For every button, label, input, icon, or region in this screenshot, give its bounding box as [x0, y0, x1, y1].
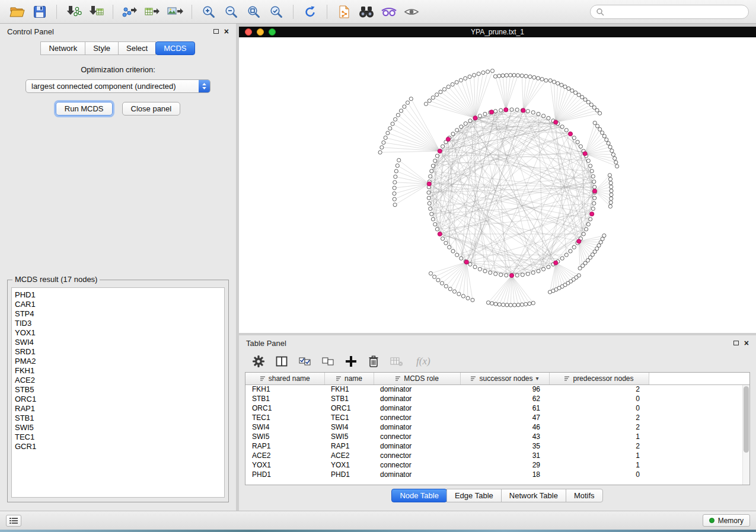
table-row[interactable]: ORC1 ORC1 dominator 61 0 — [245, 403, 749, 413]
mcds-node-item[interactable]: ACE2 — [15, 376, 224, 385]
refresh-network-button[interactable] — [300, 3, 320, 21]
zoom-in-button[interactable] — [199, 3, 219, 21]
column-header-name[interactable]: name — [324, 373, 374, 384]
network-window-titlebar[interactable]: YPA_prune.txt_1 — [239, 27, 756, 37]
table-row[interactable]: YOX1 YOX1 connector 29 1 — [245, 460, 749, 470]
search-input[interactable] — [607, 8, 743, 16]
run-mcds-button[interactable]: Run MCDS — [56, 102, 113, 116]
show-hidden-button[interactable] — [401, 3, 422, 21]
search-icon — [596, 8, 604, 16]
table-tab[interactable]: Node Table — [391, 489, 447, 502]
table-settings-button[interactable] — [252, 355, 265, 368]
mcds-node-item[interactable]: ORC1 — [15, 395, 224, 404]
network-canvas[interactable] — [239, 37, 756, 333]
mcds-node-item[interactable]: STB5 — [15, 385, 224, 395]
export-table-button[interactable] — [142, 3, 162, 21]
import-table-button[interactable] — [86, 3, 106, 21]
column-header-shared-name[interactable]: shared name — [245, 373, 324, 384]
control-panel-tabs: NetworkStyleSelectMCDS — [0, 41, 236, 55]
table-row[interactable]: SWI5 SWI5 connector 43 1 — [245, 432, 749, 441]
show-columns-button[interactable] — [275, 355, 288, 367]
delete-column-button[interactable] — [368, 355, 379, 368]
task-history-button[interactable] — [6, 515, 21, 527]
mcds-node-item[interactable]: SWI4 — [15, 338, 224, 347]
chevron-down-icon: ▾ — [536, 375, 539, 382]
criterion-select[interactable]: largest connected component (undirected) — [25, 79, 210, 93]
memory-button-label: Memory — [718, 517, 744, 525]
first-neighbors-button[interactable] — [356, 3, 377, 21]
window-controls — [245, 28, 276, 36]
open-session-button[interactable] — [7, 3, 27, 21]
search-box[interactable] — [590, 5, 749, 19]
close-panel-icon[interactable]: × — [224, 28, 229, 34]
mcds-node-item[interactable]: SWI5 — [15, 423, 224, 432]
table-row[interactable]: FKH1 FKH1 dominator 96 2 — [245, 384, 749, 394]
control-panel-tab[interactable]: Style — [85, 41, 119, 55]
mcds-node-item[interactable]: STP4 — [15, 309, 224, 319]
mcds-node-item[interactable]: GCR1 — [15, 442, 224, 451]
table-panel-titlebar: Table Panel × — [239, 335, 756, 351]
column-header-mcds-role[interactable]: MCDS role — [374, 373, 460, 384]
deselect-all-columns-button[interactable] — [321, 355, 334, 367]
table-row[interactable]: TEC1 TEC1 connector 47 2 — [245, 413, 749, 422]
table-row[interactable]: RAP1 RAP1 dominator 35 2 — [245, 441, 749, 451]
mcds-node-item[interactable]: STB1 — [15, 414, 224, 423]
column-header-successor-nodes[interactable]: successor nodes▾ — [460, 373, 549, 384]
table-tab[interactable]: Network Table — [501, 489, 566, 502]
table-row[interactable]: PHD1 PHD1 dominator 18 0 — [245, 470, 749, 479]
zoom-selected-icon — [269, 5, 283, 19]
close-panel-button[interactable]: Close panel — [122, 102, 181, 116]
control-panel-tab[interactable]: MCDS — [155, 41, 194, 55]
zoom-out-button[interactable] — [221, 3, 241, 21]
scrollbar-thumb[interactable] — [744, 386, 749, 453]
mcds-node-item[interactable]: FKH1 — [15, 366, 224, 376]
mcds-node-item[interactable]: PHD1 — [15, 290, 224, 300]
float-panel-icon[interactable] — [733, 341, 739, 345]
table-row[interactable]: ACE2 ACE2 connector 31 1 — [245, 451, 749, 460]
hide-selected-button[interactable] — [379, 3, 399, 21]
clear-table-icon — [390, 355, 404, 367]
minimize-window-button[interactable] — [257, 28, 264, 36]
table-tab[interactable]: Edge Table — [446, 489, 502, 502]
clear-table-button — [390, 355, 404, 367]
float-panel-icon[interactable] — [213, 29, 219, 34]
mcds-node-item[interactable]: SRD1 — [15, 347, 224, 357]
control-panel-tab[interactable]: Network — [40, 41, 85, 55]
mcds-node-item[interactable]: RAP1 — [15, 404, 224, 414]
maximize-window-button[interactable] — [269, 28, 276, 36]
main-toolbar — [0, 0, 756, 24]
control-panel-tab[interactable]: Select — [118, 41, 156, 55]
select-all-icon — [298, 355, 311, 367]
import-network-button[interactable] — [63, 3, 84, 21]
zoom-selected-button[interactable] — [266, 3, 286, 21]
table-tab[interactable]: Motifs — [566, 489, 603, 502]
table-row[interactable]: SWI4 SWI4 dominator 46 2 — [245, 422, 749, 432]
column-header-predecessor-nodes[interactable]: predecessor nodes — [549, 373, 649, 384]
mcds-node-item[interactable]: YOX1 — [15, 328, 224, 338]
close-panel-icon[interactable]: × — [744, 340, 749, 346]
mcds-node-item[interactable]: TEC1 — [15, 432, 224, 442]
select-all-columns-button[interactable] — [298, 355, 311, 367]
table-header-row: shared name name MCDS role successor nod… — [245, 373, 749, 384]
mcds-node-item[interactable]: CAR1 — [15, 300, 224, 309]
share-document-button[interactable] — [334, 3, 354, 21]
select-stepper-icon — [199, 80, 210, 92]
save-session-button[interactable] — [30, 3, 50, 21]
mcds-node-item[interactable]: PMA2 — [15, 357, 224, 366]
memory-button[interactable]: Memory — [703, 514, 750, 527]
export-network-button[interactable] — [120, 3, 140, 21]
mcds-node-item[interactable]: TID3 — [15, 319, 224, 328]
control-panel-titlebar: Control Panel × — [0, 24, 236, 39]
node-table: shared name name MCDS role successor nod… — [245, 373, 749, 479]
table-scrollbar[interactable] — [742, 385, 749, 485]
create-column-button[interactable] — [344, 355, 358, 368]
column-menu-icon — [564, 376, 570, 382]
zoom-fit-button[interactable] — [244, 3, 264, 21]
mcds-result-groupbox: MCDS result (17 nodes) PHD1CAR1STP4TID3Y… — [7, 280, 229, 502]
function-builder-button: f(x) — [416, 355, 430, 367]
zoom-in-icon — [202, 5, 216, 19]
export-image-button[interactable] — [165, 3, 185, 21]
network-graph[interactable] — [239, 37, 755, 333]
close-window-button[interactable] — [245, 28, 252, 36]
table-row[interactable]: STB1 STB1 dominator 62 0 — [245, 394, 749, 403]
